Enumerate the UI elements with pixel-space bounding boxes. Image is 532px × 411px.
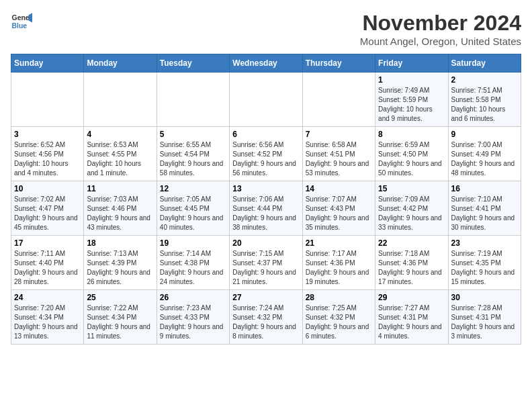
calendar-cell: 25Sunrise: 7:22 AM Sunset: 4:34 PM Dayli… bbox=[84, 290, 157, 345]
day-info: Sunrise: 7:13 AM Sunset: 4:39 PM Dayligh… bbox=[87, 249, 153, 287]
day-number: 2 bbox=[451, 75, 518, 85]
calendar-cell: 16Sunrise: 7:10 AM Sunset: 4:41 PM Dayli… bbox=[448, 181, 521, 236]
day-number: 19 bbox=[160, 238, 226, 248]
calendar-cell: 1Sunrise: 7:49 AM Sunset: 5:59 PM Daylig… bbox=[375, 73, 448, 127]
page-subtitle: Mount Angel, Oregon, United States bbox=[360, 36, 521, 47]
calendar-cell: 6Sunrise: 6:56 AM Sunset: 4:52 PM Daylig… bbox=[230, 127, 302, 181]
calendar-cell: 24Sunrise: 7:20 AM Sunset: 4:34 PM Dayli… bbox=[11, 290, 84, 345]
day-number: 5 bbox=[160, 130, 226, 139]
day-info: Sunrise: 7:19 AM Sunset: 4:35 PM Dayligh… bbox=[451, 249, 518, 287]
calendar-cell: 19Sunrise: 7:14 AM Sunset: 4:38 PM Dayli… bbox=[157, 236, 229, 290]
calendar-cell: 13Sunrise: 7:06 AM Sunset: 4:44 PM Dayli… bbox=[230, 181, 302, 236]
title-block: November 2024 Mount Angel, Oregon, Unite… bbox=[360, 11, 521, 47]
day-info: Sunrise: 7:05 AM Sunset: 4:45 PM Dayligh… bbox=[160, 195, 226, 232]
page-title: November 2024 bbox=[360, 11, 521, 36]
day-info: Sunrise: 7:03 AM Sunset: 4:46 PM Dayligh… bbox=[87, 195, 153, 232]
day-number: 12 bbox=[160, 184, 226, 193]
day-info: Sunrise: 7:25 AM Sunset: 4:32 PM Dayligh… bbox=[306, 304, 372, 341]
calendar-week-4: 17Sunrise: 7:11 AM Sunset: 4:40 PM Dayli… bbox=[11, 236, 521, 290]
day-number: 9 bbox=[451, 130, 518, 139]
calendar-cell: 12Sunrise: 7:05 AM Sunset: 4:45 PM Dayli… bbox=[157, 181, 229, 236]
day-number: 26 bbox=[160, 293, 226, 302]
day-number: 15 bbox=[378, 184, 445, 193]
day-info: Sunrise: 7:11 AM Sunset: 4:40 PM Dayligh… bbox=[14, 249, 81, 287]
day-number: 1 bbox=[378, 75, 445, 85]
calendar-cell: 17Sunrise: 7:11 AM Sunset: 4:40 PM Dayli… bbox=[11, 236, 84, 290]
day-info: Sunrise: 7:49 AM Sunset: 5:59 PM Dayligh… bbox=[378, 86, 445, 124]
svg-text:Blue: Blue bbox=[12, 22, 28, 30]
day-number: 23 bbox=[451, 238, 518, 248]
day-number: 29 bbox=[378, 293, 445, 302]
calendar-cell: 8Sunrise: 6:59 AM Sunset: 4:50 PM Daylig… bbox=[375, 127, 448, 181]
day-number: 18 bbox=[87, 238, 153, 248]
calendar-cell bbox=[230, 73, 302, 127]
calendar-cell: 23Sunrise: 7:19 AM Sunset: 4:35 PM Dayli… bbox=[448, 236, 521, 290]
calendar-cell: 3Sunrise: 6:52 AM Sunset: 4:56 PM Daylig… bbox=[11, 127, 84, 181]
calendar-week-3: 10Sunrise: 7:02 AM Sunset: 4:47 PM Dayli… bbox=[11, 181, 521, 236]
day-header-friday: Friday bbox=[375, 54, 448, 73]
calendar-cell: 10Sunrise: 7:02 AM Sunset: 4:47 PM Dayli… bbox=[11, 181, 84, 236]
calendar-cell: 28Sunrise: 7:25 AM Sunset: 4:32 PM Dayli… bbox=[302, 290, 375, 345]
day-info: Sunrise: 7:02 AM Sunset: 4:47 PM Dayligh… bbox=[14, 195, 81, 232]
calendar-week-1: 1Sunrise: 7:49 AM Sunset: 5:59 PM Daylig… bbox=[11, 73, 521, 127]
day-header-wednesday: Wednesday bbox=[230, 54, 302, 73]
calendar-cell: 27Sunrise: 7:24 AM Sunset: 4:32 PM Dayli… bbox=[230, 290, 302, 345]
day-header-saturday: Saturday bbox=[448, 54, 521, 73]
calendar-cell: 29Sunrise: 7:27 AM Sunset: 4:31 PM Dayli… bbox=[375, 290, 448, 345]
day-info: Sunrise: 6:53 AM Sunset: 4:55 PM Dayligh… bbox=[87, 140, 153, 178]
day-number: 7 bbox=[306, 130, 372, 139]
day-number: 6 bbox=[232, 130, 299, 139]
page-header: General Blue November 2024 Mount Angel, … bbox=[11, 11, 521, 47]
day-number: 11 bbox=[87, 184, 153, 193]
day-number: 13 bbox=[232, 184, 299, 193]
calendar-week-5: 24Sunrise: 7:20 AM Sunset: 4:34 PM Dayli… bbox=[11, 290, 521, 345]
day-number: 25 bbox=[87, 293, 153, 302]
calendar-cell: 30Sunrise: 7:28 AM Sunset: 4:31 PM Dayli… bbox=[448, 290, 521, 345]
day-info: Sunrise: 6:55 AM Sunset: 4:54 PM Dayligh… bbox=[160, 140, 226, 178]
calendar-header: SundayMondayTuesdayWednesdayThursdayFrid… bbox=[11, 54, 521, 73]
day-info: Sunrise: 6:59 AM Sunset: 4:50 PM Dayligh… bbox=[378, 140, 445, 178]
calendar-week-2: 3Sunrise: 6:52 AM Sunset: 4:56 PM Daylig… bbox=[11, 127, 521, 181]
calendar-cell: 26Sunrise: 7:23 AM Sunset: 4:33 PM Dayli… bbox=[157, 290, 229, 345]
day-info: Sunrise: 7:10 AM Sunset: 4:41 PM Dayligh… bbox=[451, 195, 518, 232]
day-number: 21 bbox=[306, 238, 372, 248]
day-info: Sunrise: 7:06 AM Sunset: 4:44 PM Dayligh… bbox=[232, 195, 299, 232]
day-number: 10 bbox=[14, 184, 81, 193]
day-header-tuesday: Tuesday bbox=[157, 54, 229, 73]
calendar-cell bbox=[11, 73, 84, 127]
day-info: Sunrise: 7:18 AM Sunset: 4:36 PM Dayligh… bbox=[378, 249, 445, 287]
calendar-cell bbox=[157, 73, 229, 127]
calendar-cell: 4Sunrise: 6:53 AM Sunset: 4:55 PM Daylig… bbox=[84, 127, 157, 181]
day-info: Sunrise: 7:28 AM Sunset: 4:31 PM Dayligh… bbox=[451, 304, 518, 341]
day-info: Sunrise: 7:20 AM Sunset: 4:34 PM Dayligh… bbox=[14, 304, 81, 341]
day-info: Sunrise: 7:23 AM Sunset: 4:33 PM Dayligh… bbox=[160, 304, 226, 341]
day-number: 24 bbox=[14, 293, 81, 302]
calendar-cell: 21Sunrise: 7:17 AM Sunset: 4:36 PM Dayli… bbox=[302, 236, 375, 290]
day-info: Sunrise: 6:58 AM Sunset: 4:51 PM Dayligh… bbox=[306, 140, 372, 178]
calendar-cell: 11Sunrise: 7:03 AM Sunset: 4:46 PM Dayli… bbox=[84, 181, 157, 236]
calendar-cell: 9Sunrise: 7:00 AM Sunset: 4:49 PM Daylig… bbox=[448, 127, 521, 181]
day-info: Sunrise: 6:56 AM Sunset: 4:52 PM Dayligh… bbox=[232, 140, 299, 178]
day-number: 3 bbox=[14, 130, 81, 139]
day-number: 4 bbox=[87, 130, 153, 139]
day-info: Sunrise: 7:51 AM Sunset: 5:58 PM Dayligh… bbox=[451, 86, 518, 124]
calendar-cell: 15Sunrise: 7:09 AM Sunset: 4:42 PM Dayli… bbox=[375, 181, 448, 236]
calendar-cell: 5Sunrise: 6:55 AM Sunset: 4:54 PM Daylig… bbox=[157, 127, 229, 181]
day-info: Sunrise: 7:17 AM Sunset: 4:36 PM Dayligh… bbox=[306, 249, 372, 287]
day-info: Sunrise: 7:24 AM Sunset: 4:32 PM Dayligh… bbox=[232, 304, 299, 341]
calendar-cell: 22Sunrise: 7:18 AM Sunset: 4:36 PM Dayli… bbox=[375, 236, 448, 290]
calendar-cell bbox=[84, 73, 157, 127]
day-number: 27 bbox=[232, 293, 299, 302]
day-header-sunday: Sunday bbox=[11, 54, 84, 73]
calendar-cell: 18Sunrise: 7:13 AM Sunset: 4:39 PM Dayli… bbox=[84, 236, 157, 290]
calendar-body: 1Sunrise: 7:49 AM Sunset: 5:59 PM Daylig… bbox=[11, 73, 521, 345]
day-info: Sunrise: 7:00 AM Sunset: 4:49 PM Dayligh… bbox=[451, 140, 518, 178]
day-info: Sunrise: 7:09 AM Sunset: 4:42 PM Dayligh… bbox=[378, 195, 445, 232]
logo: General Blue bbox=[11, 11, 32, 32]
calendar-cell: 2Sunrise: 7:51 AM Sunset: 5:58 PM Daylig… bbox=[448, 73, 521, 127]
logo-icon: General Blue bbox=[11, 11, 32, 32]
calendar-table: SundayMondayTuesdayWednesdayThursdayFrid… bbox=[11, 54, 521, 345]
calendar-cell bbox=[302, 73, 375, 127]
day-info: Sunrise: 7:15 AM Sunset: 4:37 PM Dayligh… bbox=[232, 249, 299, 287]
day-number: 14 bbox=[306, 184, 372, 193]
